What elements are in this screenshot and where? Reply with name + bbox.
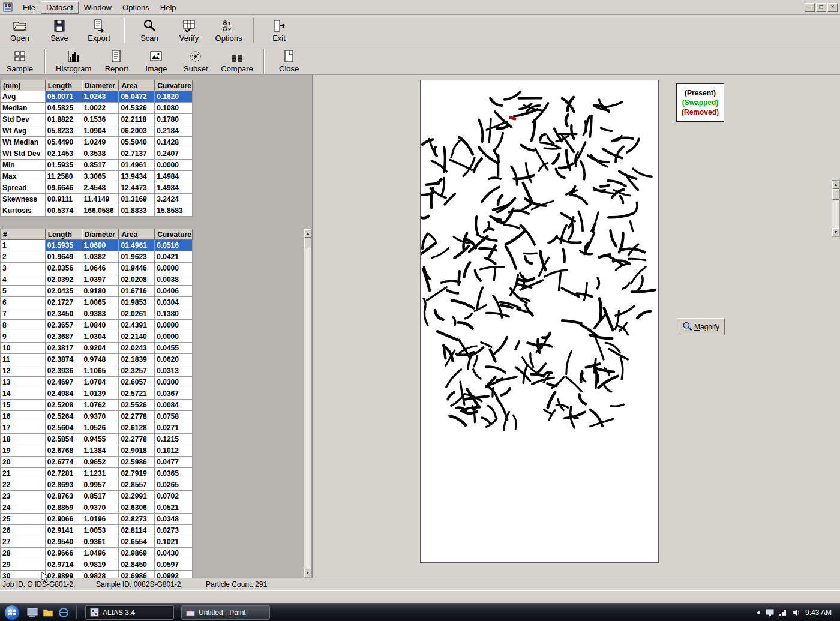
open-button[interactable]: Open (5, 17, 34, 44)
cell: 02.8114 (119, 525, 155, 536)
table-row[interactable]: 1902.67681.138402.90180.1012 (1, 445, 193, 457)
table-row[interactable]: 302.03561.064601.94460.0000 (1, 263, 193, 274)
table-row[interactable]: Min01.59350.851701.49610.0000 (1, 160, 193, 171)
table-row[interactable]: 1402.49841.013902.57210.0367 (1, 388, 193, 400)
scrollbar-thumb[interactable] (832, 189, 839, 200)
column-header[interactable]: Curvature (155, 229, 193, 240)
table-row[interactable]: 2102.72811.123102.79190.0365 (1, 468, 193, 479)
particle-table-scrollbar[interactable]: ▲ ▼ (304, 229, 312, 578)
network-tray-icon[interactable] (779, 608, 787, 617)
histogram-button[interactable]: Histogram (56, 47, 91, 75)
image-button[interactable]: Image (142, 47, 170, 75)
table-row[interactable]: 1302.46971.070402.60570.0300 (1, 377, 193, 388)
particle-scatter-image[interactable] (421, 80, 658, 562)
table-row[interactable]: 2502.90661.019602.82730.0348 (1, 514, 193, 525)
volume-tray-icon[interactable] (792, 608, 800, 617)
table-row[interactable]: 1602.52640.937002.27780.0758 (1, 411, 193, 422)
cell: 02.3817 (46, 343, 82, 354)
save-button[interactable]: Save (45, 17, 74, 44)
particle-image-panel[interactable] (420, 80, 659, 563)
menu-item-options[interactable]: Options (117, 1, 155, 14)
column-header[interactable]: Area (119, 229, 155, 240)
table-row[interactable]: Wt Std Dev02.14530.353802.71370.2407 (1, 148, 193, 160)
table-row[interactable]: Max11.25803.306513.94341.4984 (1, 171, 193, 182)
table-row[interactable]: 3002.98990.982802.69860.0992 (1, 571, 193, 578)
close-button[interactable]: × (827, 3, 838, 12)
taskbar-task-alias-3-4[interactable]: ALIAS 3.4 (85, 605, 174, 620)
options-button[interactable]: 12Options (214, 17, 243, 44)
compare-button[interactable]: Compare (221, 47, 253, 75)
taskbar-task-untitled-paint[interactable]: Untitled - Paint (181, 605, 270, 620)
scrollbar-track[interactable] (304, 248, 311, 569)
scroll-down-icon[interactable]: ▼ (832, 228, 839, 236)
magnify-button[interactable]: Magnify (677, 318, 725, 335)
display-tray-icon[interactable] (766, 608, 774, 617)
table-row[interactable]: Median04.58251.002204.53260.1080 (1, 103, 193, 114)
table-row[interactable]: 502.04350.918001.67160.0406 (1, 286, 193, 297)
column-header[interactable]: # (1, 229, 46, 240)
column-header[interactable]: Diameter (82, 80, 119, 91)
minimize-button[interactable]: ─ (805, 3, 815, 12)
menu-item-window[interactable]: Window (79, 1, 117, 14)
table-row[interactable]: 1202.39361.106502.32570.0313 (1, 365, 193, 377)
table-row[interactable]: 101.59351.060001.49610.0516 (1, 240, 193, 251)
table-row[interactable]: Avg05.00711.024305.04720.1620 (1, 91, 193, 103)
table-row[interactable]: Skewness00.911111.414901.31693.2424 (1, 194, 193, 205)
table-row[interactable]: 1102.38740.974802.18390.0620 (1, 354, 193, 365)
table-row[interactable]: 2602.91411.005302.81140.0273 (1, 525, 193, 536)
table-row[interactable]: 702.34500.938302.02610.1380 (1, 308, 193, 320)
column-header[interactable]: Curvature (155, 80, 193, 91)
table-row[interactable]: 1002.38170.920402.02430.0455 (1, 343, 193, 354)
verify-button[interactable]: Verify (175, 17, 203, 44)
highlighted-red-particle[interactable] (511, 118, 515, 119)
column-header[interactable]: (mm) (1, 80, 46, 91)
taskbar-clock[interactable]: 9:43 AM (805, 608, 832, 617)
table-row[interactable]: 602.17271.006501.98530.0304 (1, 297, 193, 308)
scan-button[interactable]: Scan (135, 17, 164, 44)
internet-explorer-icon[interactable] (58, 607, 69, 618)
scroll-down-icon[interactable]: ▼ (304, 569, 311, 577)
menu-item-file[interactable]: File (17, 1, 41, 14)
column-header[interactable]: Length (46, 80, 82, 91)
table-row[interactable]: 2402.88590.937002.63060.0521 (1, 502, 193, 514)
scrollbar-thumb[interactable] (304, 238, 311, 248)
table-row[interactable]: Std Dev01.88220.153602.21180.1780 (1, 114, 193, 125)
tray-chevron-icon[interactable]: ◄ (755, 609, 761, 616)
report-button[interactable]: Report (102, 47, 131, 75)
menu-item-dataset[interactable]: Dataset (41, 1, 79, 14)
table-row[interactable]: Kurtosis00.5374166.058601.883315.8583 (1, 205, 193, 217)
scrollbar-track[interactable] (832, 200, 839, 228)
start-button[interactable] (4, 605, 20, 620)
window-scrollbar[interactable]: ▲ ▼ (832, 180, 840, 237)
explorer-icon[interactable] (43, 607, 53, 618)
exit-button[interactable]: Exit (265, 17, 293, 44)
export-button[interactable]: Export (85, 17, 113, 44)
table-row[interactable]: Wt Median05.44901.024905.50400.1428 (1, 137, 193, 148)
table-row[interactable]: 1802.58540.945502.27780.1215 (1, 434, 193, 445)
table-row[interactable]: Spread09.66462.454812.44731.4984 (1, 182, 193, 194)
column-header[interactable]: Diameter (82, 229, 119, 240)
table-row[interactable]: 1702.56041.052602.61280.0271 (1, 422, 193, 434)
sample-button[interactable]: Sample (5, 47, 34, 75)
show-desktop-icon[interactable] (27, 607, 38, 618)
table-row[interactable]: 201.96491.038201.96230.0421 (1, 251, 193, 263)
table-row[interactable]: 1502.52081.076202.55260.0084 (1, 400, 193, 411)
table-row[interactable]: Wt Avg05.82331.090406.20030.2184 (1, 125, 193, 137)
table-row[interactable]: 802.36571.084002.43910.0000 (1, 320, 193, 331)
table-row[interactable]: 2002.67740.965202.59860.0477 (1, 457, 193, 468)
column-header[interactable]: Length (46, 229, 82, 240)
scroll-up-icon[interactable]: ▲ (304, 229, 311, 238)
scroll-up-icon[interactable]: ▲ (832, 181, 839, 189)
table-row[interactable]: 2802.96661.049602.98690.0430 (1, 548, 193, 559)
table-row[interactable]: 902.36871.030402.21400.0000 (1, 331, 193, 343)
column-header[interactable]: Area (119, 80, 155, 91)
menu-item-help[interactable]: Help (155, 1, 182, 14)
subset-button[interactable]: Subset (181, 47, 210, 75)
table-row[interactable]: 2902.97140.981902.84500.0597 (1, 559, 193, 571)
restore-button[interactable]: □ (816, 3, 826, 12)
table-row[interactable]: 2302.87630.851702.29910.0702 (1, 491, 193, 502)
close-button[interactable]: Close (275, 47, 304, 75)
table-row[interactable]: 2702.95400.936102.65540.1021 (1, 536, 193, 548)
table-row[interactable]: 2202.86930.995702.85570.0265 (1, 479, 193, 491)
table-row[interactable]: 402.03921.039702.02080.0038 (1, 274, 193, 286)
